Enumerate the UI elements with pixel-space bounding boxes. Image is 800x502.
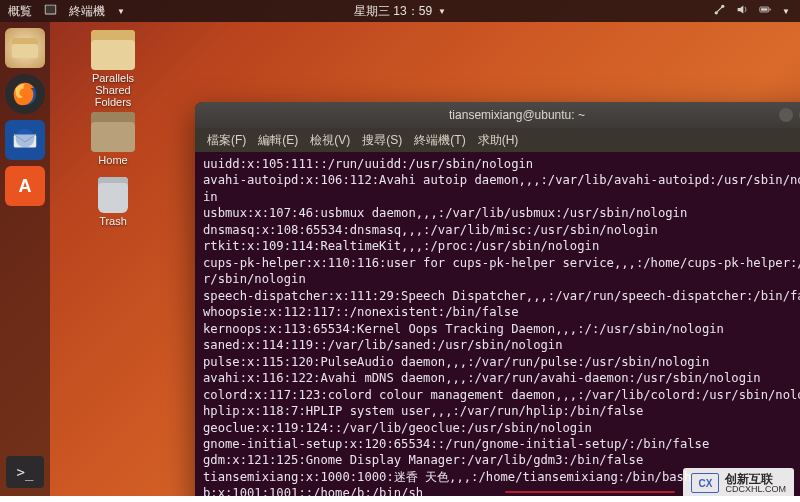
menu-file[interactable]: 檔案(F) — [203, 130, 250, 151]
terminal-menubar: 檔案(F) 編輯(E) 檢視(V) 搜尋(S) 終端機(T) 求助(H) — [195, 128, 800, 152]
annotation-underline — [505, 491, 675, 493]
menu-search[interactable]: 搜尋(S) — [358, 130, 406, 151]
menu-terminal[interactable]: 終端機(T) — [410, 130, 469, 151]
thunderbird-icon — [10, 125, 40, 155]
svg-rect-6 — [761, 8, 768, 10]
watermark-text-zh: 创新互联 — [725, 473, 786, 485]
dock-files[interactable] — [5, 28, 45, 68]
dock: >_ — [0, 22, 50, 502]
image-border — [0, 496, 800, 502]
menu-view[interactable]: 檢視(V) — [306, 130, 354, 151]
terminal-window: tiansemixiang@ubuntu: ~ 檔案(F) 編輯(E) 檢視(V… — [195, 102, 800, 502]
svg-rect-1 — [46, 5, 56, 13]
terminal-output-line: rtkit:x:109:114:RealtimeKit,,,:/proc:/us… — [203, 238, 800, 254]
terminal-output-line: dnsmasq:x:108:65534:dnsmasq,,,:/var/lib/… — [203, 222, 800, 238]
terminal-output-line: cups-pk-helper:x:110:116:user for cups-p… — [203, 255, 800, 288]
menu-help[interactable]: 求助(H) — [474, 130, 523, 151]
terminal-body[interactable]: uuidd:x:105:111::/run/uuidd:/usr/sbin/no… — [195, 152, 800, 502]
desktop-icon-parallels-shared[interactable]: Parallels Shared Folders — [78, 30, 148, 108]
desktop-icon-home[interactable]: Home — [78, 112, 148, 166]
app-menu-arrow-icon[interactable]: ▼ — [117, 7, 125, 16]
watermark-logo: CX — [691, 473, 719, 493]
terminal-glyph: >_ — [17, 464, 34, 480]
svg-point-9 — [16, 129, 35, 148]
folder-icon — [91, 30, 135, 70]
watermark-text-en: CDCXHL.COM — [725, 485, 786, 494]
window-titlebar[interactable]: tiansemixiang@ubuntu: ~ — [195, 102, 800, 128]
window-minimize-button[interactable] — [779, 108, 793, 122]
dock-ubuntu-software[interactable] — [5, 166, 45, 206]
terminal-output-line: avahi-autoipd:x:106:112:Avahi autoip dae… — [203, 172, 800, 205]
dock-terminal[interactable]: >_ — [6, 456, 44, 488]
active-app-title[interactable]: 終端機 — [69, 3, 105, 20]
clock-arrow-icon: ▼ — [438, 7, 446, 16]
terminal-output-line: saned:x:114:119::/var/lib/saned:/usr/sbi… — [203, 337, 800, 353]
terminal-output-line: uuidd:x:105:111::/run/uuidd:/usr/sbin/no… — [203, 156, 800, 172]
power-menu-arrow-icon[interactable]: ▼ — [782, 7, 790, 16]
desktop-icon-label: Parallels Shared Folders — [78, 72, 148, 108]
trash-icon — [98, 177, 128, 213]
watermark: CX 创新互联 CDCXHL.COM — [683, 468, 794, 498]
volume-icon[interactable] — [736, 3, 749, 19]
desktop-icon-label: Trash — [78, 215, 148, 227]
desktop-icon-label: Home — [78, 154, 148, 166]
terminal-output-line: hplip:x:118:7:HPLIP system user,,,:/var/… — [203, 403, 800, 419]
terminal-output-line: colord:x:117:123:colord colour managemen… — [203, 387, 800, 403]
activities-label[interactable]: 概覧 — [8, 3, 32, 20]
terminal-output-line: usbmux:x:107:46:usbmux daemon,,,:/var/li… — [203, 205, 800, 221]
terminal-output-line: gdm:x:121:125:Gnome Display Manager:/var… — [203, 452, 800, 468]
terminal-output-line: speech-dispatcher:x:111:29:Speech Dispat… — [203, 288, 800, 304]
network-icon[interactable] — [713, 3, 726, 19]
top-panel: 概覧 終端機 ▼ 星期三 13：59 ▼ ▼ — [0, 0, 800, 22]
terminal-output-line: whoopsie:x:112:117::/nonexistent:/bin/fa… — [203, 304, 800, 320]
window-title: tiansemixiang@ubuntu: ~ — [449, 108, 585, 122]
clock[interactable]: 星期三 13：59 — [354, 3, 432, 20]
battery-icon[interactable] — [759, 3, 772, 19]
svg-rect-5 — [770, 9, 771, 11]
dock-firefox[interactable] — [5, 74, 45, 114]
terminal-output-line: avahi:x:116:122:Avahi mDNS daemon,,,:/va… — [203, 370, 800, 386]
menu-edit[interactable]: 編輯(E) — [254, 130, 302, 151]
terminal-output-line: pulse:x:115:120:PulseAudio daemon,,,:/va… — [203, 354, 800, 370]
dock-thunderbird[interactable] — [5, 120, 45, 160]
firefox-icon — [10, 79, 40, 109]
terminal-output-line: kernoops:x:113:65534:Kernel Oops Trackin… — [203, 321, 800, 337]
terminal-app-indicator-icon — [44, 3, 57, 19]
desktop-icon-trash[interactable]: Trash — [78, 177, 148, 227]
desktop[interactable]: Parallels Shared Folders Home Trash tian… — [50, 22, 800, 502]
terminal-output-line: gnome-initial-setup:x:120:65534::/run/gn… — [203, 436, 800, 452]
terminal-output-line: geoclue:x:119:124::/var/lib/geoclue:/usr… — [203, 420, 800, 436]
home-folder-icon — [91, 112, 135, 152]
